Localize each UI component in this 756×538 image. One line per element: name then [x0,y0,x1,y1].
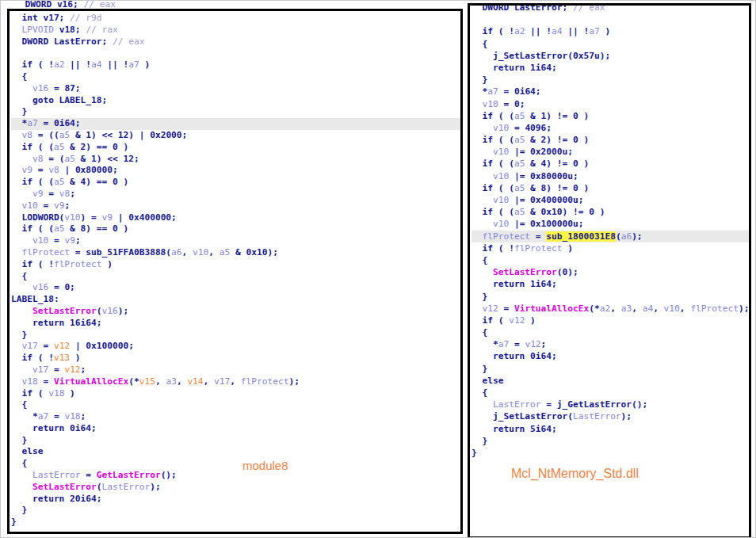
code-line: else [11,446,460,458]
code-line: if ( (a5 & 4) != 0 ) [472,158,749,170]
code-line: if ( (a5 & 2) == 0 ) [11,142,460,154]
code-line: v10 = 0; [472,98,749,110]
code-line: if ( (a5 & 8) != 0 ) [472,182,749,194]
code-line: } [11,106,460,118]
code-line: if ( !a2 || !a4 || !a7 ) [11,59,460,71]
code-line: else [472,375,749,387]
code-line: v12 = VirtualAllocEx(*a2, a3, a4, v10, f… [472,303,749,315]
code-line: if ( (a5 & 1) != 0 ) [472,110,749,122]
code-line: } [472,363,749,375]
highlighted-code-line: flProtect = sub_1800031E8(a6); [472,231,749,242]
code-line: } [11,435,460,447]
code-line: SetLastError(LastError); [11,482,460,494]
code-line: LastError = j_GetLastError(); [472,399,749,410]
code-line: v8 = ((a5 & 1) << 12) | 0x2000; [11,130,460,142]
highlighted-code-line: *a7 = 0i64; [11,118,460,130]
code-line: { [472,38,749,50]
code-line: { [11,458,460,470]
code-line: LastError = GetLastError(); [11,470,460,482]
decompiler-comparison-screenshot: DWORD v16; // eax int v17; // r9d LPVOID… [0,0,756,538]
code-line: { [11,271,460,283]
code-line: v17 = v12 | 0x100000; [11,341,460,353]
code-line: if ( v12 ) [472,315,749,326]
code-line: v10 |= 0x100000u; [472,218,749,230]
code-line: return 0i64; [472,350,749,362]
code-line: if ( !flProtect ) [472,242,749,254]
code-line: LABEL_18: [11,294,460,306]
code-line: if ( (a5 & 2) != 0 ) [472,134,749,146]
code-line: if ( !v13 ) [11,353,460,364]
code-line: v10 |= 0x2000u; [472,146,749,158]
code-line: SetLastError(0); [472,266,749,278]
code-line: int v17; // r9d [11,13,460,25]
code-line: if ( (a5 & 4) == 0 ) [11,177,460,189]
code-line: } [11,517,460,528]
code-line: } [472,447,749,459]
code-line: if ( (a5 & 0x10) != 0 ) [472,206,749,218]
code-line: return 1i64; [472,278,749,290]
code-line: { [11,71,460,83]
code-line [472,13,749,25]
left-pane-caption: module8 [242,459,288,472]
code-line: { [11,399,460,411]
code-line: if ( (a5 & 8) == 0 ) [11,223,460,235]
code-line: } [472,74,749,86]
code-line: goto LABEL_18; [11,95,460,107]
right-pane-code[interactable]: DWORD LastError; // eax if ( !a2 || !a4 … [470,3,749,459]
code-line: } [472,291,749,303]
code-line: LODWORD(v10) = v9 | 0x400000; [11,212,460,224]
code-line: v16 = 87; [11,83,460,95]
code-line: return 20i64; [11,494,460,506]
code-line: } [472,435,749,447]
code-line: v17 = v12; [11,364,460,376]
code-line: v9 = v8; [11,189,460,200]
code-line: v10 |= 0x400000u; [472,194,749,206]
code-line: v18 = VirtualAllocEx(*v15, a3, v14, v17,… [11,376,460,388]
code-line: *a7 = 0i64; [472,86,749,97]
code-line: SetLastError(v16); [11,306,460,318]
code-line: v10 |= 0x80000u; [472,170,749,182]
code-line: flProtect = sub_51FFA0B3888(a6, v10, a5 … [11,247,460,259]
code-line: { [472,254,749,266]
code-line: if ( !a2 || !a4 || !a7 ) [472,25,749,37]
right-pane-caption: Mcl_NtMemory_Std.dll [511,467,639,481]
code-line: v8 = (a5 & 1) << 12; [11,154,460,166]
code-line: v16 = 0; [11,282,460,294]
code-line: DWORD LastError; // eax [472,3,749,13]
code-line: { [472,387,749,399]
code-line: v10 = v9; [11,200,460,212]
code-line: j_SetLastError(0x57u); [472,50,749,62]
code-line: if ( v18 ) [11,388,460,400]
right-decompiler-pane[interactable]: DWORD LastError; // eax if ( !a2 || !a4 … [468,3,751,538]
code-line: LPVOID v18; // rax [11,25,460,36]
code-line: if ( !flProtect ) [11,259,460,271]
code-line: return 1i64; [472,62,749,74]
left-pane-code[interactable]: int v17; // r9d LPVOID v18; // rax DWORD… [10,11,460,528]
code-line: v10 = 4096; [472,122,749,134]
left-decompiler-pane[interactable]: int v17; // r9d LPVOID v18; // rax DWORD… [7,9,463,534]
code-line: j_SetLastError(LastError); [472,410,749,422]
code-line: } [11,505,460,517]
code-line: DWORD LastError; // eax [11,36,460,48]
code-line: { [472,326,749,338]
code-line: return 16i64; [11,318,460,330]
code-line: *a7 = v18; [11,411,460,423]
code-line: } [11,330,460,341]
code-line [11,48,460,59]
code-line: v10 = v9; [11,235,460,247]
code-line: v9 = v8 | 0x80000; [11,165,460,177]
code-line: *a7 = v12; [472,338,749,350]
code-line: return 0i64; [11,423,460,435]
code-line: return 5i64; [472,423,749,435]
